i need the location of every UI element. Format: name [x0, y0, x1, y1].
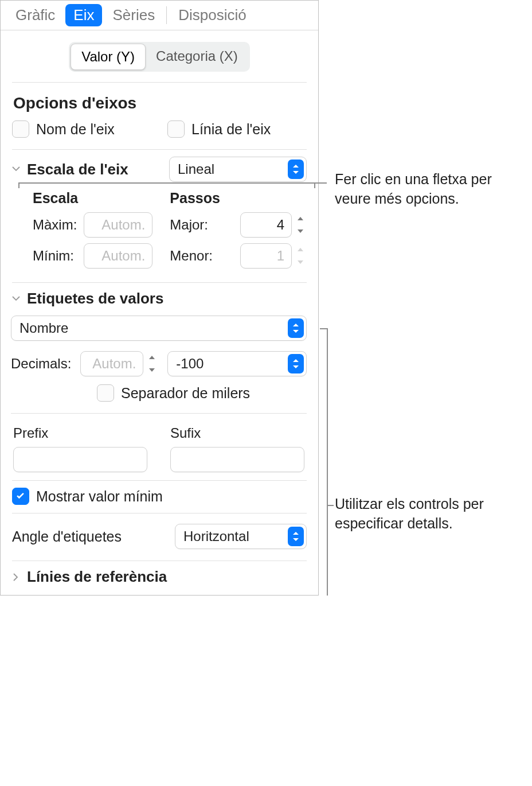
axis-line-label: Línia de l'eix	[191, 121, 271, 138]
format-panel: Gràfic Eix Sèries Disposició Valor (Y) C…	[0, 0, 319, 596]
label-angle-label: Angle d'etiquetes	[12, 528, 122, 545]
axis-segmented: Valor (Y) Categoria (X)	[69, 42, 250, 72]
stepper-up-icon	[294, 245, 307, 255]
show-min-section: Mostrar valor mínim	[1, 481, 318, 513]
checkbox-icon	[12, 488, 29, 505]
show-min-label: Mostrar valor mínim	[36, 488, 163, 505]
value-labels-section: Etiquetes de valors Nombre Decimals: Aut…	[1, 283, 318, 480]
passos-subheading: Passos	[170, 190, 307, 207]
value-labels-format-select[interactable]: Nombre	[11, 316, 307, 341]
updown-arrows-icon	[288, 159, 304, 179]
steps-major-input[interactable]: 4	[240, 212, 292, 238]
tab-bar: Gràfic Eix Sèries Disposició	[1, 1, 318, 30]
axis-options-section: Opcions d'eixos Nom de l'eix Línia de l'…	[1, 83, 318, 149]
tab-disposicio[interactable]: Disposició	[170, 4, 255, 26]
axis-scale-section: Escala de l'eix Lineal Escala Màxim: Aut	[1, 150, 318, 282]
placeholder-text: Autom.	[101, 248, 145, 264]
prefix-label: Prefix	[13, 425, 147, 441]
stepper-down-icon	[294, 256, 307, 267]
annotation-controls: Utilitzar els controls per especificar d…	[335, 495, 525, 534]
label-angle-section: Angle d'etiquetes Horitzontal	[1, 513, 318, 561]
seg-category-x[interactable]: Categoria (X)	[146, 44, 248, 70]
steps-major-value: 4	[277, 217, 284, 233]
chevron-down-icon[interactable]	[11, 164, 21, 174]
negative-format-select[interactable]: -100	[167, 351, 307, 376]
scale-min-label: Mínim:	[33, 248, 74, 264]
show-min-checkbox[interactable]: Mostrar valor mínim	[12, 488, 307, 505]
tab-grafic[interactable]: Gràfic	[7, 4, 63, 26]
tab-series[interactable]: Sèries	[104, 4, 163, 26]
stepper-up-icon[interactable]	[294, 214, 307, 224]
updown-arrows-icon	[288, 318, 304, 338]
chevron-right-icon[interactable]	[11, 572, 21, 582]
thousands-separator-checkbox[interactable]: Separador de milers	[97, 384, 250, 402]
suffix-label: Sufix	[170, 425, 304, 441]
callout-tick	[315, 182, 327, 184]
axis-name-label: Nom de l'eix	[36, 121, 115, 138]
axis-line-checkbox[interactable]: Línia de l'eix	[167, 120, 307, 138]
axis-scale-title: Escala de l'eix	[27, 161, 163, 178]
checkbox-icon	[167, 120, 185, 138]
decimals-input[interactable]: Autom.	[80, 351, 143, 376]
stepper-down-icon[interactable]	[146, 364, 158, 375]
value-labels-title: Etiquetes de valors	[27, 290, 307, 308]
scale-min-input[interactable]: Autom.	[84, 243, 152, 269]
callout-bracket	[320, 328, 328, 596]
axis-name-checkbox[interactable]: Nom de l'eix	[12, 120, 151, 138]
scale-max-label: Màxim:	[33, 217, 77, 233]
decimals-stepper[interactable]	[146, 353, 158, 375]
annotation-arrow: Fer clic en una fletxa per veure més opc…	[335, 170, 525, 209]
checkbox-icon	[12, 120, 29, 138]
reference-lines-section: Línies de referència	[1, 561, 318, 588]
tab-eix[interactable]: Eix	[65, 4, 102, 26]
seg-value-y[interactable]: Valor (Y)	[71, 44, 146, 70]
axis-scale-select[interactable]: Lineal	[169, 157, 307, 182]
label-angle-value: Horitzontal	[183, 528, 249, 544]
callout-bracket	[18, 182, 315, 188]
axis-subnav: Valor (Y) Categoria (X)	[1, 30, 318, 82]
scale-max-input[interactable]: Autom.	[84, 212, 152, 238]
thousands-separator-label: Separador de milers	[121, 385, 250, 402]
axis-options-heading: Opcions d'eixos	[13, 94, 307, 112]
checkbox-icon	[97, 384, 114, 402]
suffix-input[interactable]	[170, 447, 304, 472]
escala-subheading: Escala	[33, 190, 152, 207]
reference-lines-title: Línies de referència	[27, 568, 307, 586]
prefix-input[interactable]	[13, 447, 147, 472]
chevron-down-icon[interactable]	[11, 294, 21, 304]
axis-scale-select-value: Lineal	[178, 161, 214, 177]
decimals-label: Decimals:	[11, 356, 71, 372]
steps-minor-stepper	[294, 245, 307, 267]
steps-minor-input[interactable]: 1	[240, 243, 292, 269]
steps-minor-label: Menor:	[170, 248, 213, 264]
updown-arrows-icon	[288, 527, 304, 546]
tab-divider	[166, 6, 167, 24]
placeholder-text: Autom.	[101, 217, 145, 233]
steps-minor-value: 1	[277, 248, 284, 264]
value-labels-format-value: Nombre	[19, 320, 68, 336]
divider	[11, 413, 307, 414]
placeholder-text: Autom.	[92, 356, 136, 372]
updown-arrows-icon	[288, 354, 304, 373]
negative-format-value: -100	[176, 356, 204, 372]
steps-major-stepper[interactable]	[294, 214, 307, 236]
label-angle-select[interactable]: Horitzontal	[175, 524, 307, 549]
callout-tick	[327, 505, 334, 506]
steps-major-label: Major:	[170, 217, 208, 233]
stepper-up-icon[interactable]	[146, 353, 158, 363]
stepper-down-icon[interactable]	[294, 225, 307, 236]
